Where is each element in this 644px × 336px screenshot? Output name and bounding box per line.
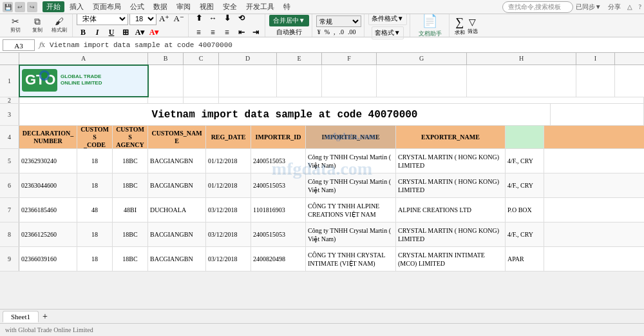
- cell-cust-name-0: BACGIANGBN: [148, 149, 206, 173]
- number-format-select[interactable]: 常规: [316, 15, 361, 27]
- styles-section: 条件格式▼ 套格式▼: [366, 14, 410, 37]
- indent-dec-button[interactable]: ⇤: [235, 26, 248, 39]
- cell-c1: [184, 65, 219, 97]
- menu-review[interactable]: 审阅: [173, 1, 194, 12]
- menu-special[interactable]: 特: [279, 1, 294, 12]
- col-header-i: I: [576, 53, 615, 64]
- formula-bar: A3 𝑓x Vietnam import data sample at code…: [0, 37, 644, 53]
- cell-reg-date-0: 01/12/2018: [206, 149, 251, 173]
- table-row: 5 02362930240 18 18BC BACGIANGBN 01/12/2…: [0, 149, 644, 173]
- col-header-g: G: [377, 53, 467, 64]
- gto-logo: GTO GLOBAL TRADE ONLINE LIMITED: [22, 68, 106, 95]
- sync-label: 已同步▼: [576, 3, 601, 12]
- bold-button[interactable]: B: [77, 26, 90, 39]
- excel-window: 💾 ↩ ↪ 开始 插入 页面布局 公式 数据 审阅 视图 安全 开发工具 特 查…: [0, 0, 644, 336]
- cell-cust-name-3: BACGIANGBN: [148, 222, 206, 246]
- cell-g1: [377, 65, 467, 97]
- percent-button[interactable]: %: [323, 28, 331, 35]
- user-icon[interactable]: △: [627, 3, 632, 10]
- increase-font-button[interactable]: A⁺: [158, 14, 171, 24]
- quick-access-toolbar: 💾 ↩ ↪: [3, 2, 37, 12]
- formula-content[interactable]: Vietnam import data sample at code 40070…: [50, 41, 232, 49]
- sum-button[interactable]: ∑ 求和: [455, 15, 465, 36]
- menu-developer[interactable]: 开发工具: [242, 1, 278, 12]
- cell-decl-0: 02362930240: [19, 149, 77, 173]
- doc-helper-button[interactable]: 文档助手: [419, 30, 442, 38]
- table-row: 2: [0, 97, 644, 104]
- underline-button[interactable]: U: [105, 26, 118, 39]
- alignment-section: ⬆ ↔ ⬇ ⟲ ≡ ≡ ≡ ⇤ ⇥: [190, 14, 265, 37]
- cell-extra-2: P.O BOX: [506, 198, 544, 222]
- table-format-button[interactable]: 套格式▼: [372, 26, 404, 39]
- cell-reference-box[interactable]: A3: [3, 39, 35, 51]
- cell-exporter-name-0: CRYSTAL MARTIN ( HONG KONG) LIMITED: [396, 149, 506, 173]
- menu-layout[interactable]: 页面布局: [89, 1, 125, 12]
- align-right-button[interactable]: ≡: [221, 26, 234, 39]
- cell-cust-agency-1: 18BC: [113, 173, 148, 197]
- align-center-button[interactable]: ≡: [207, 26, 220, 39]
- header-customs-name: CUSTOMS_NAME: [148, 126, 206, 148]
- header-customs-code: CUSTOMS_CODE: [77, 126, 113, 148]
- cell-extra-4: APAR: [506, 247, 544, 271]
- copy-button[interactable]: ⧉ 复制: [27, 16, 48, 35]
- sheet-tab-1[interactable]: Sheet1: [3, 311, 39, 322]
- align-left-button[interactable]: ≡: [193, 26, 205, 39]
- search-input[interactable]: 查找命令,搜索模板: [502, 1, 573, 13]
- menu-data[interactable]: 数据: [149, 1, 171, 12]
- share-label[interactable]: 分享: [608, 3, 621, 12]
- currency-button[interactable]: ¥: [316, 28, 322, 35]
- add-sheet-button[interactable]: +: [40, 311, 50, 322]
- comma-button[interactable]: ,: [332, 28, 337, 35]
- cell-cust-agency-0: 18BC: [113, 149, 148, 173]
- formula-fx-icon: 𝑓x: [37, 40, 47, 50]
- fill-color-button[interactable]: A▾: [133, 26, 146, 39]
- cell-extra-3: 4/F., CRY: [506, 222, 544, 246]
- menu-bar: 💾 ↩ ↪ 开始 插入 页面布局 公式 数据 审阅 视图 安全 开发工具 特 查…: [0, 0, 644, 14]
- svg-text:GLOBAL TRADE: GLOBAL TRADE: [61, 74, 102, 79]
- merge-section: 合并居中▼ 自动换行: [267, 14, 312, 37]
- decimal-dec-button[interactable]: .00: [346, 28, 357, 35]
- cut-button[interactable]: ✂ 剪切: [5, 16, 26, 35]
- cell-exporter-name-2: ALPINE CREATIONS LTD: [396, 198, 506, 222]
- redo-icon[interactable]: ↪: [27, 2, 37, 12]
- indent-inc-button[interactable]: ⇥: [249, 26, 262, 39]
- col-header-d: D: [219, 53, 277, 64]
- wrap-text-button[interactable]: 自动换行: [276, 28, 302, 37]
- status-bar: with Global Trade Online Limited: [0, 323, 644, 336]
- table-row: 8 02366125260 18 18BC BACGIANGBN 03/12/2…: [0, 222, 644, 247]
- svg-text:ONLINE LIMITED: ONLINE LIMITED: [61, 80, 102, 86]
- header-importer-id: IMPORTER_ID: [251, 126, 306, 148]
- menu-formula[interactable]: 公式: [126, 1, 148, 12]
- table-row: 6 02363044600 18 18BC BACGIANGBN 01/12/2…: [0, 173, 644, 198]
- data-rows-container: 5 02362930240 18 18BC BACGIANGBN 01/12/2…: [0, 149, 644, 272]
- row-number-1: 1: [0, 65, 19, 97]
- save-icon[interactable]: 💾: [3, 2, 13, 12]
- col-header-f: F: [322, 53, 377, 64]
- menu-security[interactable]: 安全: [219, 1, 241, 12]
- font-color-button[interactable]: A▾: [147, 26, 160, 39]
- decrease-font-button[interactable]: A⁻: [172, 14, 185, 24]
- cell-cust-code-4: 18: [77, 247, 113, 271]
- cell-reg-date-4: 03/12/2018: [206, 247, 251, 271]
- cell-e1: [277, 65, 322, 97]
- format-painter-button[interactable]: 🖌 格式刷: [49, 16, 70, 35]
- bottom-text: with Global Trade Online Limited: [5, 326, 93, 333]
- undo-icon[interactable]: ↩: [15, 2, 25, 12]
- row-number-header-corner: [0, 53, 19, 64]
- menu-home[interactable]: 开始: [43, 1, 64, 12]
- filter-button[interactable]: ▽ 筛选: [468, 17, 478, 35]
- copy-icon: ⧉: [34, 17, 41, 26]
- merge-center-button[interactable]: 合并居中▼: [269, 15, 309, 26]
- cell-importer-id-2: 1101816903: [251, 198, 306, 222]
- decimal-inc-button[interactable]: .0: [338, 28, 346, 35]
- help-icon[interactable]: ?: [639, 3, 641, 10]
- menu-insert[interactable]: 插入: [66, 1, 88, 12]
- table-row: 3 Vietnam import data sample at code 400…: [0, 104, 644, 126]
- border-button[interactable]: ⊞: [119, 26, 132, 39]
- italic-button[interactable]: I: [91, 26, 104, 39]
- cell-extra-1: 4/F., CRY: [506, 173, 544, 197]
- cell-cust-code-3: 18: [77, 222, 113, 246]
- menu-view[interactable]: 视图: [196, 1, 218, 12]
- cell-cust-name-1: BACGIANGBN: [148, 173, 206, 197]
- cell-d1: [219, 65, 277, 97]
